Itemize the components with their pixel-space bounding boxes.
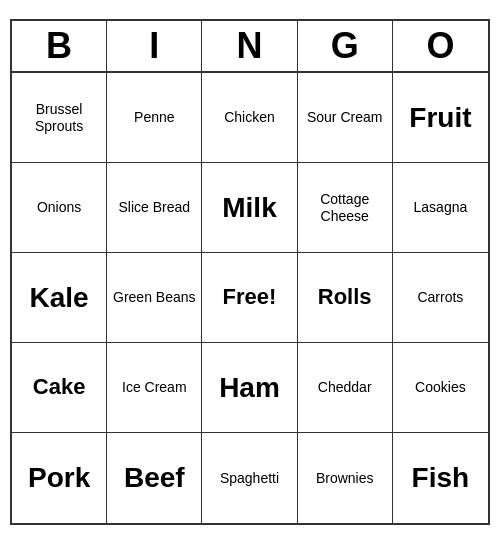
header-letter-I: I [107,21,202,71]
cell-r1-c0: Onions [12,163,107,253]
cell-text-r0-c2: Chicken [224,109,275,126]
cell-r0-c1: Penne [107,73,202,163]
cell-r2-c0: Kale [12,253,107,343]
cell-r3-c0: Cake [12,343,107,433]
cell-text-r2-c0: Kale [30,281,89,315]
cell-text-r3-c4: Cookies [415,379,466,396]
header-letter-B: B [12,21,107,71]
cell-text-r0-c1: Penne [134,109,174,126]
cell-r0-c4: Fruit [393,73,488,163]
cell-r4-c3: Brownies [298,433,393,523]
cell-text-r4-c0: Pork [28,461,90,495]
cell-text-r3-c3: Cheddar [318,379,372,396]
bingo-card: BINGO Brussel SproutsPenneChickenSour Cr… [10,19,490,525]
cell-text-r2-c3: Rolls [318,284,372,310]
cell-r3-c2: Ham [202,343,297,433]
header-letter-O: O [393,21,488,71]
cell-r3-c1: Ice Cream [107,343,202,433]
cell-r3-c4: Cookies [393,343,488,433]
cell-r4-c2: Spaghetti [202,433,297,523]
cell-r1-c4: Lasagna [393,163,488,253]
cell-r1-c1: Slice Bread [107,163,202,253]
cell-r2-c1: Green Beans [107,253,202,343]
cell-r2-c4: Carrots [393,253,488,343]
cell-text-r4-c2: Spaghetti [220,470,279,487]
cell-r0-c3: Sour Cream [298,73,393,163]
bingo-header: BINGO [12,21,488,73]
cell-text-r1-c0: Onions [37,199,81,216]
cell-text-r4-c3: Brownies [316,470,374,487]
cell-r1-c2: Milk [202,163,297,253]
cell-text-r3-c1: Ice Cream [122,379,187,396]
cell-text-r1-c3: Cottage Cheese [302,191,388,225]
cell-text-r1-c4: Lasagna [414,199,468,216]
cell-text-r2-c1: Green Beans [113,289,196,306]
cell-r4-c1: Beef [107,433,202,523]
cell-r4-c0: Pork [12,433,107,523]
cell-text-r2-c4: Carrots [417,289,463,306]
cell-r1-c3: Cottage Cheese [298,163,393,253]
cell-text-r0-c3: Sour Cream [307,109,382,126]
cell-text-r3-c2: Ham [219,371,280,405]
cell-r0-c2: Chicken [202,73,297,163]
cell-text-r4-c4: Fish [412,461,470,495]
bingo-grid: Brussel SproutsPenneChickenSour CreamFru… [12,73,488,523]
cell-text-r1-c2: Milk [222,191,276,225]
header-letter-N: N [202,21,297,71]
cell-r4-c4: Fish [393,433,488,523]
cell-r3-c3: Cheddar [298,343,393,433]
cell-r0-c0: Brussel Sprouts [12,73,107,163]
cell-text-r2-c2: Free! [223,284,277,310]
cell-r2-c2: Free! [202,253,297,343]
cell-text-r0-c4: Fruit [409,101,471,135]
cell-text-r0-c0: Brussel Sprouts [16,101,102,135]
header-letter-G: G [298,21,393,71]
cell-r2-c3: Rolls [298,253,393,343]
cell-text-r1-c1: Slice Bread [118,199,190,216]
cell-text-r3-c0: Cake [33,374,86,400]
cell-text-r4-c1: Beef [124,461,185,495]
